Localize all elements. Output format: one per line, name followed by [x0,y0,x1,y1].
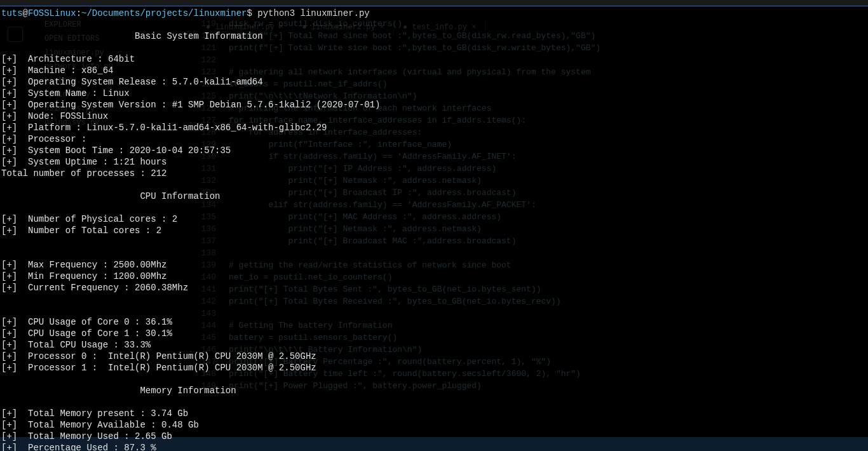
output-line: [+] Platform : Linux-5.7.0-kali1-amd64-x… [0,122,868,133]
terminal-output: Basic System Information [+] Architectur… [0,30,868,451]
output-line [0,179,868,191]
output-line: [+] Number of Physical cores : 2 [0,213,868,225]
output-line [0,396,868,408]
output-line: [+] Architecture : 64bit [0,53,868,65]
output-line [0,248,868,259]
section-header: Basic System Information [0,30,868,42]
output-line: [+] Number of Total cores : 2 [0,225,868,236]
output-line: [+] Node: FOSSLinux [0,111,868,122]
output-line: [+] Operating System Release : 5.7.0-kal… [0,76,868,88]
prompt-command: python3 linuxminer.py [257,8,369,18]
output-line: [+] Total CPU Usage : 33.3% [0,339,868,351]
output-line: [+] System Boot Time : 2020-10-04 20:57:… [0,145,868,156]
empty-line [0,19,868,30]
output-line: [+] System Name : Linux [0,88,868,99]
output-line: [+] Machine : x86_64 [0,65,868,76]
output-line: [+] Operating System Version : #1 SMP De… [0,99,868,111]
output-line: [+] CPU Usage of Core 1 : 30.1% [0,328,868,339]
output-line: [+] Processor : [0,133,868,145]
output-line [0,42,868,53]
output-line: [+] Total Memory Used : 2.65 Gb [0,431,868,442]
window-titlebar [0,0,868,6]
output-line: [+] Processor 0 : Intel(R) Pentium(R) CP… [0,351,868,362]
output-line: [+] Current Frequency : 2060.38Mhz [0,282,868,293]
output-line: [+] Total Memory Available : 0.48 Gb [0,419,868,431]
output-line: [+] System Uptime : 1:21 hours [0,156,868,168]
output-line: [+] Max Frequency : 2500.00Mhz [0,259,868,271]
output-line: [+] Processor 1 : Intel(R) Pentium(R) CP… [0,362,868,374]
output-line: [+] Total Memory present : 3.74 Gb [0,408,868,419]
prompt-user: tuts [1,8,23,18]
output-line [0,236,868,248]
output-line: [+] Percentage Used : 87.3 % [0,442,868,451]
section-header: Memory Information [0,385,868,396]
terminal[interactable]: tuts@FOSSLinux:~/Documents/projects/linu… [0,6,868,451]
output-line [0,374,868,385]
prompt-line: tuts@FOSSLinux:~/Documents/projects/linu… [0,8,868,19]
output-line [0,202,868,213]
output-line [0,305,868,316]
section-header: CPU Information [0,191,868,202]
output-line [0,293,868,305]
prompt-path: ~/Documents/projects/linuxminer [81,8,247,18]
prompt-host: FOSSLinux [28,8,76,18]
output-line: Total number of processes : 212 [0,168,868,179]
output-line: [+] CPU Usage of Core 0 : 36.1% [0,316,868,328]
output-line: [+] Min Frequency : 1200.00Mhz [0,271,868,282]
